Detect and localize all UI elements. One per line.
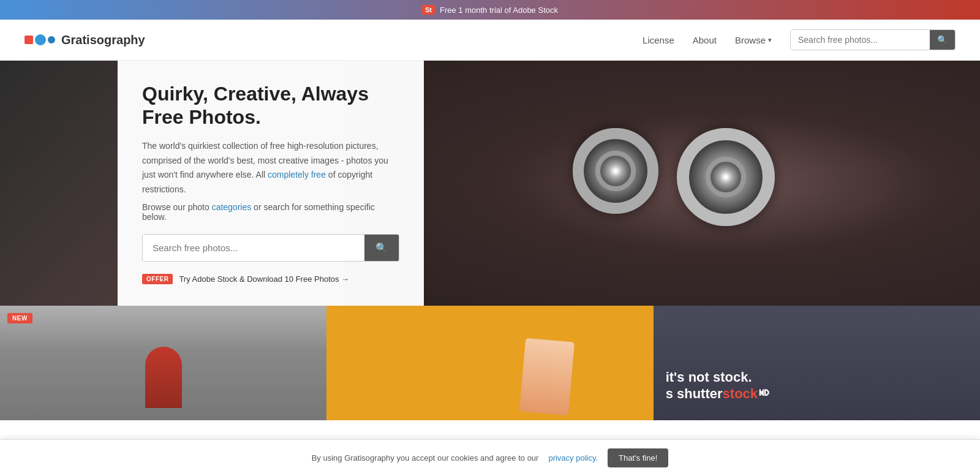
hero-search-input[interactable] [143, 235, 364, 261]
gallery-item-1[interactable]: NEW [0, 306, 326, 420]
categories-link-text: categories [212, 202, 252, 212]
about-link[interactable]: About [693, 35, 717, 45]
browse-link[interactable]: Browse ▾ [735, 35, 772, 45]
adobe-icon: St [422, 5, 435, 15]
license-link[interactable]: License [643, 35, 674, 45]
logo-icon [24, 34, 55, 45]
offer-badge: OFFER [142, 274, 173, 284]
new-badge: NEW [7, 313, 32, 323]
header: Gratisography License About Browse ▾ 🔍 [0, 20, 980, 61]
hero-section: Quirky, Creative, Always Free Photos. Th… [0, 61, 980, 306]
categories-link[interactable]: categories [212, 202, 252, 212]
hero-art [343, 61, 980, 306]
header-search-button[interactable]: 🔍 [930, 30, 955, 50]
header-search-input[interactable] [791, 30, 930, 50]
hero-title: Quirky, Creative, Always Free Photos. [142, 82, 399, 129]
browse-label: Browse [735, 35, 766, 45]
gallery-item-3-line1: it's not stock. [666, 369, 771, 385]
offer-bar: OFFER Try Adobe Stock & Download 10 Free… [142, 274, 399, 284]
gallery-item-3-text: it's not stock. s shutterstock🅫 [666, 369, 771, 402]
goggle-left [573, 128, 658, 214]
hero-search-button[interactable]: 🔍 [364, 235, 399, 261]
completely-free-link[interactable]: completely free [268, 170, 326, 179]
gallery-item-3-line2: s shutterstock🅫 [666, 386, 771, 402]
hero-browse-text: Browse our photo categories or search fo… [142, 202, 399, 222]
browse-prefix: Browse our photo [142, 202, 209, 212]
logo-red-square [24, 36, 33, 44]
main-nav: License About Browse ▾ 🔍 [643, 29, 956, 50]
gallery-grid: NEW it's not stock. s shutterstock🅫 [0, 306, 980, 420]
goggle-right [677, 128, 775, 226]
shutterstock-brand: stock [723, 386, 758, 401]
logo-text: Gratisography [61, 33, 145, 47]
gallery-item-2[interactable] [326, 306, 653, 420]
header-search-box: 🔍 [790, 29, 956, 50]
top-banner: St Free 1 month trial of Adobe Stock [0, 0, 980, 20]
browse-chevron-icon: ▾ [768, 36, 772, 44]
logo[interactable]: Gratisography [24, 33, 145, 47]
offer-link[interactable]: Try Adobe Stock & Download 10 Free Photo… [179, 274, 349, 284]
goggle-art [573, 128, 775, 226]
banner-text: Free 1 month trial of Adobe Stock [440, 6, 558, 15]
hero-description: The world's quirkiest collection of free… [142, 139, 399, 197]
hero-content-box: Quirky, Creative, Always Free Photos. Th… [118, 61, 424, 306]
gallery-item-3[interactable]: it's not stock. s shutterstock🅫 [654, 306, 980, 420]
hero-search-box: 🔍 [142, 234, 399, 262]
logo-blue-circle-small [48, 36, 55, 43]
logo-blue-circle [35, 34, 46, 45]
